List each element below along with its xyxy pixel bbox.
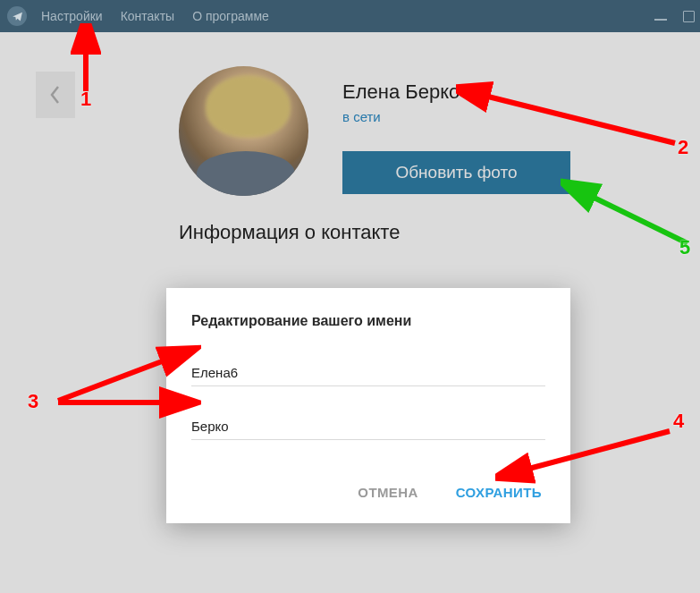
- annotation-label-4: 4: [673, 410, 684, 433]
- cancel-button[interactable]: ОТМЕНА: [354, 478, 421, 507]
- menu-about[interactable]: О программе: [192, 9, 269, 23]
- modal-title: Редактирование вашего имени: [191, 313, 545, 329]
- edit-name-modal: Редактирование вашего имени ОТМЕНА СОХРА…: [166, 288, 570, 523]
- titlebar: Настройки Контакты О программе: [0, 0, 700, 32]
- annotation-label-1: 1: [80, 88, 91, 111]
- annotation-label-3: 3: [28, 390, 38, 413]
- minimize-icon[interactable]: [654, 12, 667, 21]
- content-area: Елена Берко в сети Обновить фото Информа…: [0, 32, 700, 593]
- menu-settings[interactable]: Настройки: [41, 9, 103, 23]
- modal-actions: ОТМЕНА СОХРАНИТЬ: [191, 478, 545, 507]
- menu-contacts[interactable]: Контакты: [121, 9, 174, 23]
- save-button[interactable]: СОХРАНИТЬ: [452, 478, 545, 507]
- annotation-label-2: 2: [678, 136, 688, 159]
- window-controls: [654, 0, 695, 32]
- first-name-input[interactable]: [191, 360, 545, 386]
- telegram-app-icon: [7, 6, 27, 26]
- annotation-label-5: 5: [679, 236, 690, 259]
- maximize-icon[interactable]: [683, 11, 695, 22]
- last-name-input[interactable]: [191, 413, 545, 440]
